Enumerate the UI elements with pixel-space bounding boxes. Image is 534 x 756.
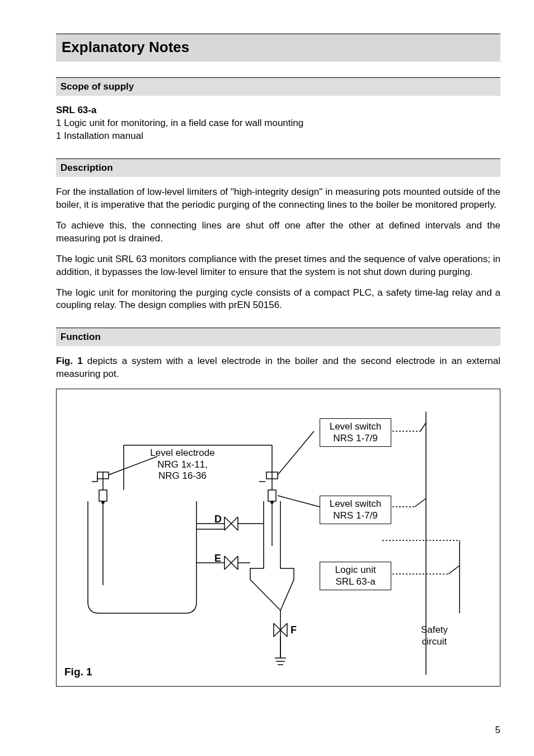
label-level-electrode: Level electrodeNRG 1x-11,NRG 16-36 (140, 447, 224, 482)
section-function: Function Fig. 1 depicts a system with a … (56, 328, 500, 687)
svg-line-38 (426, 414, 432, 423)
label-safety-circuit: Safetycircuit (415, 624, 454, 647)
svg-line-28 (278, 496, 320, 507)
function-intro: Fig. 1 depicts a system with a level ele… (56, 355, 500, 381)
description-para-1: For the installation of low-level limite… (56, 186, 500, 212)
scope-product: SRL 63-a (56, 105, 500, 116)
page-title: Explanatory Notes (56, 34, 500, 62)
label-level-switch-top: Level switchNRS 1-7/9 (320, 418, 391, 447)
section-scope: Scope of supply SRL 63-a 1 Logic unit fo… (56, 77, 500, 143)
label-level-switch-mid: Level switchNRS 1-7/9 (320, 496, 391, 524)
svg-point-6 (102, 501, 104, 503)
svg-line-37 (448, 566, 460, 574)
function-intro-rest: depicts a system with a level electrode … (56, 356, 500, 379)
svg-line-34 (420, 423, 426, 431)
figure-caption: Fig. 1 (64, 666, 92, 678)
description-para-3: The logic unit SRL 63 monitors complianc… (56, 253, 500, 279)
label-valve-f: F (291, 624, 297, 636)
label-valve-e: E (214, 553, 221, 564)
description-para-2: To achieve this, the connecting lines ar… (56, 220, 500, 245)
figure-1: Level electrodeNRG 1x-11,NRG 16-36 Level… (56, 389, 500, 687)
svg-point-14 (271, 501, 273, 503)
page-number: 5 (495, 725, 500, 736)
svg-rect-12 (268, 490, 276, 501)
scope-heading: Scope of supply (56, 77, 500, 96)
svg-line-35 (415, 498, 426, 507)
svg-line-27 (278, 431, 314, 475)
scope-item-2: 1 Installation manual (56, 130, 500, 143)
description-heading: Description (56, 158, 500, 177)
label-valve-d: D (214, 514, 222, 525)
description-para-4: The logic unit for monitoring the purgin… (56, 287, 500, 312)
function-heading: Function (56, 328, 500, 346)
svg-rect-0 (99, 490, 107, 501)
section-description: Description For the installation of low-… (56, 158, 500, 312)
function-intro-figref: Fig. 1 (56, 356, 83, 366)
label-logic-unit: Logic unitSRL 63-a (320, 562, 391, 590)
scope-item-1: 1 Logic unit for monitoring, in a field … (56, 117, 500, 130)
